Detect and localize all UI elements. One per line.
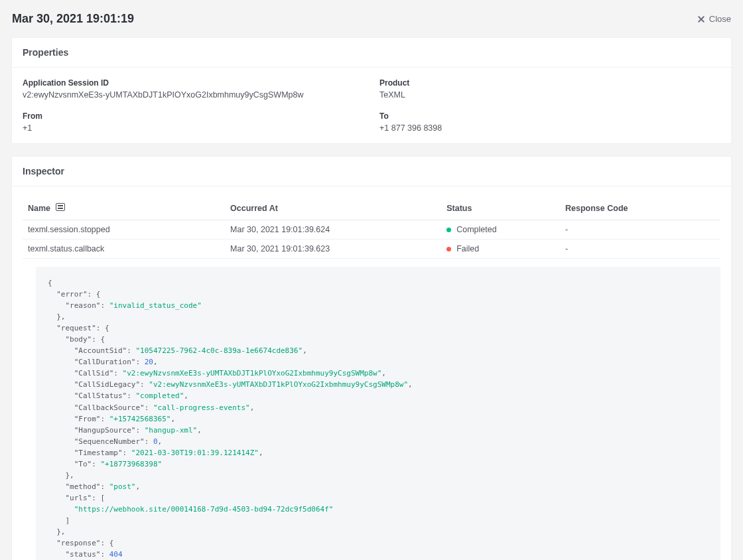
cell-name: texml.session.stopped [23,220,225,240]
property-value: TeXML [379,90,720,100]
property-product: Product TeXML [379,78,720,100]
property-label: From [23,111,364,121]
property-label: To [379,111,720,121]
cell-response-code: - [560,220,720,240]
status-text: Completed [456,225,496,234]
status-dot-icon [446,228,451,232]
close-button[interactable]: Close [697,14,731,24]
cell-response-code: - [560,240,720,259]
col-occurred-at-label: Occurred At [225,197,441,220]
page-header: Mar 30, 2021 19:01:19 Close [12,12,731,26]
property-label: Product [379,78,720,88]
property-to: To +1 877 396 8398 [379,111,720,133]
properties-grid: Application Session ID v2:ewyNzvsnmXeE3s… [23,78,720,133]
close-label: Close [709,14,731,24]
cell-status: Failed [441,240,560,259]
page-title: Mar 30, 2021 19:01:19 [12,12,134,26]
inspector-panel: Inspector Name Occurred At Status Respon… [12,157,731,560]
cell-status: Completed [441,220,560,240]
table-row-detail: { "error": { "reason": "invalid_status_c… [23,259,720,561]
inspector-title: Inspector [12,157,731,186]
property-value: +1 877 396 8398 [379,123,720,133]
property-from: From +1 [23,111,364,133]
property-value: +1 [23,123,364,133]
properties-panel: Properties Application Session ID v2:ewy… [12,38,731,143]
property-label: Application Session ID [23,78,364,88]
status-text: Failed [456,244,479,253]
payload-json: { "error": { "reason": "invalid_status_c… [36,267,720,560]
col-response-code-label: Response Code [560,197,720,220]
table-header-row: Name Occurred At Status Response Code [23,197,720,220]
cell-name: texml.status.callback [23,240,225,259]
close-icon [697,15,705,23]
detail-toggle-icon[interactable] [56,203,65,211]
cell-occurred-at: Mar 30, 2021 19:01:39.624 [225,220,441,240]
property-value: v2:ewyNzvsnmXeE3s-yUMTAXbDJT1kPIOYxoG2Ix… [23,90,364,100]
col-status-label: Status [441,197,560,220]
table-row[interactable]: texml.session.stoppedMar 30, 2021 19:01:… [23,220,720,240]
status-dot-icon [446,247,451,251]
col-name-label: Name [28,204,50,213]
table-row[interactable]: texml.status.callbackMar 30, 2021 19:01:… [23,240,720,259]
properties-title: Properties [12,38,731,68]
cell-occurred-at: Mar 30, 2021 19:01:39.623 [225,240,441,259]
inspector-table: Name Occurred At Status Response Code te… [23,197,720,560]
property-application-session-id: Application Session ID v2:ewyNzvsnmXeE3s… [23,78,364,100]
